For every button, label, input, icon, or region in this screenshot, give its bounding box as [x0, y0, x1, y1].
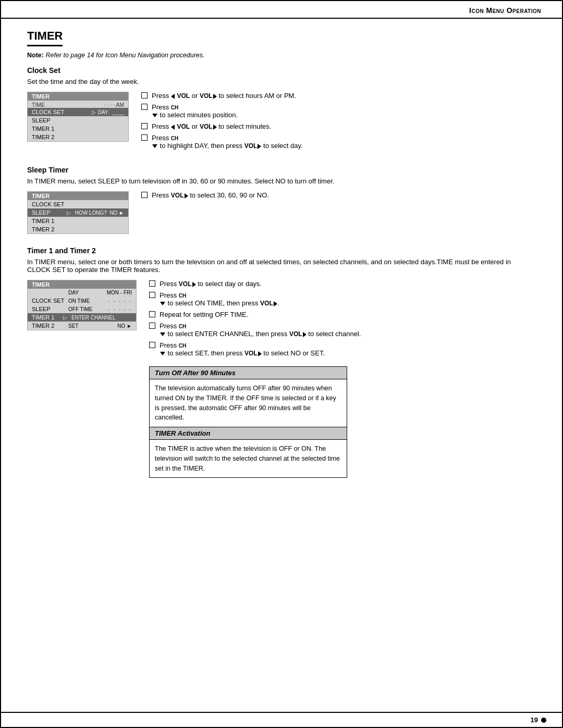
- sleep-label: SLEEP: [32, 117, 124, 124]
- t12-clockset: CLOCK SET: [32, 298, 68, 304]
- tri-left-icon: [171, 125, 175, 130]
- note-line: Note: Refer to page 14 for Icon Menu Nav…: [27, 52, 536, 59]
- timer12-instruction-list: Press VOL to select day or days. Press C…: [149, 280, 536, 357]
- how-long: HOW LONG? NO ►: [75, 210, 124, 216]
- tri-down-icon: [160, 302, 165, 305]
- t12-offtime: OFF TIME: [68, 306, 108, 312]
- sleep-timer-menu-box: TIMER CLOCK SET SLEEP ▷ HOW LONG? NO ► T…: [27, 191, 129, 234]
- instr-text: Press CH to select SET, then press VOL t…: [160, 341, 325, 357]
- t12-day-col: DAY: [68, 290, 107, 295]
- tri-right-icon: [192, 282, 196, 287]
- tri-right-icon: [258, 351, 262, 356]
- instr-item: Press VOL to select day or days.: [149, 280, 536, 288]
- sleep-timer-instructions: Press VOL to select 30, 60, 90 or NO.: [141, 191, 536, 203]
- clockset-day: DAY ____: [98, 109, 124, 115]
- checkbox: [141, 104, 148, 110]
- vol-label: VOL: [177, 92, 190, 100]
- turn-off-title: Turn Off After 90 Minutes: [150, 367, 347, 379]
- footer-dot-icon: [541, 718, 546, 723]
- tri-right-icon: [213, 94, 217, 99]
- sleep-menu-row-clockset: CLOCK SET: [28, 200, 128, 208]
- t12-row-clockset: CLOCK SET ON TIME - - - - -: [28, 297, 136, 305]
- page-container: Icon Menu Operation TIMER Note: Refer to…: [0, 0, 563, 728]
- clock-set-instruction-list: Press VOL or VOL to select hours AM or P…: [141, 92, 536, 150]
- vol-label: VOL: [200, 123, 213, 130]
- timer12-two-col: TIMER DAY MON - FRI CLOCK SET ON TIME - …: [27, 280, 536, 478]
- instr-text: Press VOL to select day or days.: [160, 280, 262, 288]
- tri-right-icon: [213, 125, 217, 130]
- tri-right-icon: [185, 193, 188, 199]
- checkbox: [149, 292, 155, 298]
- checkbox: [141, 192, 148, 198]
- vol-label: VOL: [200, 92, 213, 100]
- t12-channel-val: · · ·: [119, 315, 132, 320]
- instr-text: Press CH to select minutes position.: [152, 103, 238, 119]
- clockset-arrow: ▷: [92, 109, 96, 115]
- instr-text: Press VOL or VOL to select hours AM or P…: [152, 92, 296, 100]
- am-dots: · · · · AM: [104, 102, 124, 108]
- instr-text: Press CH to highlight DAY, then press VO…: [152, 134, 303, 150]
- timer12-section: Timer 1 and Timer 2 In TIMER menu, selec…: [27, 246, 536, 478]
- tri-down-icon: [152, 144, 157, 148]
- clock-set-instructions: Press VOL or VOL to select hours AM or P…: [141, 92, 536, 153]
- timer1-label: TIMER 1: [32, 126, 124, 132]
- menu-row-timer2: TIMER 2: [28, 133, 128, 141]
- t12-row-timer2: TIMER 2 SET NO ►: [28, 322, 136, 330]
- sleep-menu-row-sleep: SLEEP ▷ HOW LONG? NO ►: [28, 208, 128, 217]
- ch-super: CH: [179, 343, 186, 349]
- tri-down-icon: [160, 332, 165, 336]
- tri-right-icon: [303, 332, 307, 337]
- sleep-timer-section: Sleep Timer In TIMER menu, select SLEEP …: [27, 166, 536, 234]
- checkbox: [141, 92, 148, 98]
- t12-offtime-val: - - - - -: [108, 306, 132, 312]
- menu-row-clockset: CLOCK SET ▷ DAY ____: [28, 108, 128, 116]
- instr-text: Press CH to select ENTER CHANNEL, then p…: [160, 322, 361, 338]
- vol-label: VOL: [244, 350, 258, 357]
- turn-off-info-box: Turn Off After 90 Minutes The television…: [149, 366, 347, 427]
- instr-item: Press VOL to select 30, 60, 90 or NO.: [141, 191, 536, 199]
- note-label: Note:: [27, 52, 44, 59]
- clock-set-desc: Set the time and the day of the week.: [27, 78, 536, 85]
- clock-set-heading: Clock Set: [27, 66, 536, 75]
- timer-activation-title: TIMER Activation: [150, 427, 347, 440]
- checkbox: [149, 311, 155, 317]
- timer-activation-body: The TIMER is active when the television …: [150, 440, 347, 477]
- sleep-timer-heading: Sleep Timer: [27, 166, 536, 174]
- instr-item: Press CH to select ENTER CHANNEL, then p…: [149, 322, 536, 338]
- clock-set-sub-header: TIME · · · · AM: [28, 101, 128, 108]
- sleep-timer-desc: In TIMER menu, select SLEEP to turn tele…: [27, 177, 536, 185]
- instr-text: Press CH to select ON TIME, then press V…: [160, 291, 279, 307]
- timer12-desc: In TIMER menu, select one or both timers…: [27, 258, 536, 274]
- ch-super: CH: [171, 105, 178, 110]
- timer12-menu-header: TIMER: [28, 280, 136, 289]
- main-content: TIMER Note: Refer to page 14 for Icon Me…: [1, 19, 562, 506]
- header-title: Icon Menu Operation: [469, 6, 541, 15]
- clock-set-two-col: TIMER TIME · · · · AM CLOCK SET ▷ DAY __…: [27, 92, 536, 153]
- timer12-menu-box: TIMER DAY MON - FRI CLOCK SET ON TIME - …: [27, 280, 137, 330]
- checkbox: [149, 342, 155, 348]
- timer-activation-info-box: TIMER Activation The TIMER is active whe…: [149, 427, 347, 478]
- instr-text: Press VOL to select 30, 60, 90 or NO.: [152, 191, 269, 199]
- instr-item: Press CH to select SET, then press VOL t…: [149, 341, 536, 357]
- instr-item: Repeat for setting OFF TIME.: [149, 311, 536, 318]
- t12-sleep: SLEEP: [32, 306, 68, 312]
- instr-item: Press VOL or VOL to select minutes.: [141, 122, 536, 130]
- t12-set: SET: [68, 323, 117, 329]
- checkbox: [149, 323, 155, 329]
- clock-set-section: Clock Set Set the time and the day of th…: [27, 66, 536, 153]
- sleep-instruction-list: Press VOL to select 30, 60, 90 or NO.: [141, 191, 536, 199]
- instr-item: Press CH to select ON TIME, then press V…: [149, 291, 536, 307]
- page-number: 19: [531, 716, 538, 724]
- instr-item: Press CH to highlight DAY, then press VO…: [141, 134, 536, 150]
- vol-label: VOL: [171, 192, 184, 199]
- t12-enterchannel: ENTER CHANNEL: [71, 315, 119, 320]
- t12-set-val: NO ►: [117, 323, 132, 329]
- timer2-label: TIMER 2: [32, 134, 124, 140]
- vol-label: VOL: [244, 142, 258, 150]
- sleep-sleep-label: SLEEP: [32, 209, 67, 216]
- ch-super: CH: [171, 135, 178, 141]
- t12-timer2: TIMER 2: [32, 323, 68, 329]
- vol-label: VOL: [289, 330, 302, 338]
- sleep-timer1-label: TIMER 1: [32, 218, 124, 224]
- t12-row-header: DAY MON - FRI: [28, 289, 136, 297]
